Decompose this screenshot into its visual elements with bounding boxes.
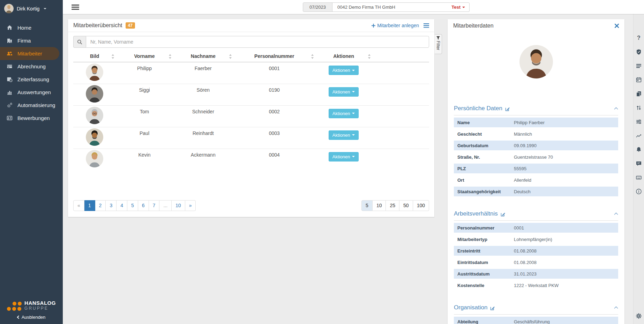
- edit-icon[interactable]: [505, 107, 510, 111]
- company-field[interactable]: 0042 Demo Firma TH GmbH: [332, 3, 447, 12]
- table-options-icon[interactable]: [424, 23, 429, 28]
- sidebar-item-automatisierung[interactable]: Automatisierung: [0, 99, 63, 112]
- cell-nachname: Sören: [173, 84, 233, 105]
- table-row[interactable]: Kevin Ackermann 0004 Aktionen: [73, 149, 429, 170]
- sort-arrows-icon[interactable]: [636, 105, 642, 111]
- actions-dropdown-button[interactable]: Aktionen: [329, 109, 359, 118]
- field-row: Eintrittsdatum01.08.2008: [454, 257, 618, 267]
- employee-photo: [86, 128, 103, 146]
- trend-chart-icon[interactable]: [636, 133, 642, 139]
- page-number[interactable]: 2: [95, 200, 106, 211]
- section-persoenliche-daten: Persönliche Daten NamePhilipp Faerber Ge…: [454, 105, 618, 196]
- page-prev[interactable]: «: [73, 200, 84, 211]
- caret-down-icon: [352, 113, 355, 114]
- sidebar-item-mitarbeiter[interactable]: Mitarbeiter: [0, 47, 59, 60]
- sidebar-menu: Home Firma Mitarbeiter Abrechnung Zeiter…: [0, 21, 63, 125]
- collapse-section-icon[interactable]: [614, 306, 618, 309]
- employee-photo: [86, 107, 103, 124]
- page-number[interactable]: 5: [127, 200, 138, 211]
- employee-detail-panel: Mitarbeiterdaten Persönliche Daten NameP…: [448, 19, 624, 324]
- sidebar-item-label: Firma: [17, 38, 31, 44]
- edit-icon[interactable]: [501, 212, 505, 217]
- gears-icon: [7, 102, 13, 108]
- sort-icon: [169, 54, 172, 59]
- cell-nachname: Faerber: [173, 62, 233, 84]
- page-ellipsis[interactable]: ...: [159, 200, 172, 211]
- caret-down-icon: [352, 156, 355, 157]
- page-size-option[interactable]: 25: [386, 200, 399, 211]
- keyboard-icon[interactable]: [636, 174, 642, 181]
- table-row[interactable]: Paul Reinhardt 0003 Aktionen: [73, 127, 429, 149]
- hamburger-menu-icon[interactable]: [72, 5, 79, 11]
- sidebar-item-firma[interactable]: Firma: [0, 34, 63, 47]
- search-input[interactable]: [86, 36, 429, 48]
- sidebar-item-label: Home: [17, 25, 31, 31]
- column-header-bild[interactable]: Bild: [73, 52, 116, 62]
- column-header-vorname[interactable]: Vorname: [116, 52, 173, 62]
- environment-selector: 07/2023 0042 Demo Firma TH GmbH Test: [303, 2, 470, 12]
- search-addon: [73, 36, 86, 48]
- actions-dropdown-button[interactable]: Aktionen: [329, 66, 359, 75]
- page-size-option[interactable]: 5: [361, 200, 373, 211]
- page-number[interactable]: 6: [138, 200, 149, 211]
- collapse-section-icon[interactable]: [614, 107, 618, 110]
- sidebar-item-abrechnung[interactable]: Abrechnung: [0, 60, 63, 73]
- caret-down-icon: [462, 7, 465, 8]
- detail-title: Mitarbeiterdaten: [453, 23, 494, 29]
- filter-tab[interactable]: Filter: [434, 34, 442, 54]
- page-size-selector: 5 10 25 50 100: [361, 200, 429, 211]
- column-header-nachname[interactable]: Nachname: [173, 52, 233, 62]
- chevron-left-icon: [17, 316, 20, 319]
- user-menu[interactable]: Dirk Kortig: [0, 0, 63, 17]
- menu-lines-icon[interactable]: [636, 63, 642, 69]
- close-icon[interactable]: [615, 24, 619, 28]
- actions-dropdown-button[interactable]: Aktionen: [329, 152, 359, 161]
- table-row[interactable]: Philipp Faerber 0001 Aktionen: [73, 62, 429, 84]
- employee-overview-panel: Mitarbeiterübersicht 47 Mitarbeiter anle…: [68, 19, 434, 217]
- actions-dropdown-button[interactable]: Aktionen: [329, 87, 359, 97]
- sort-icon: [229, 54, 232, 59]
- sidebar-item-bewerbungen[interactable]: Bewerbungen: [0, 112, 63, 125]
- messages-icon[interactable]: [636, 160, 642, 167]
- sidebar-item-auswertungen[interactable]: Auswertungen: [0, 86, 63, 99]
- page-number[interactable]: 4: [117, 200, 127, 211]
- page-number[interactable]: 1: [84, 200, 95, 211]
- page-title: Mitarbeiterübersicht: [73, 22, 122, 29]
- settings-gear-icon[interactable]: [636, 313, 642, 319]
- page-size-option[interactable]: 100: [413, 200, 429, 211]
- sidebar-item-home[interactable]: Home: [0, 21, 63, 34]
- edit-icon[interactable]: [490, 306, 495, 310]
- cell-nachname: Reinhardt: [173, 127, 233, 149]
- calendar-icon[interactable]: [636, 77, 642, 83]
- section-title: Arbeitsverhältnis: [454, 210, 498, 217]
- help-icon[interactable]: ?: [636, 35, 642, 41]
- period-field[interactable]: 07/2023: [303, 3, 332, 12]
- column-header-personalnummer[interactable]: Personalnummer: [233, 52, 315, 62]
- page-size-option[interactable]: 50: [399, 200, 413, 211]
- field-row: Geburtsdatum09.09.1990: [454, 141, 618, 150]
- page-size-option[interactable]: 10: [373, 200, 386, 211]
- collapse-sidebar-button[interactable]: Ausblenden: [17, 315, 46, 320]
- page-number[interactable]: 10: [172, 200, 185, 211]
- employee-photo: [86, 150, 103, 167]
- page-number[interactable]: 7: [149, 200, 160, 211]
- page-number[interactable]: 3: [106, 200, 117, 211]
- sidebar-item-zeiterfassung[interactable]: Zeiterfassung: [0, 73, 63, 86]
- documents-icon[interactable]: [636, 91, 642, 97]
- page-next[interactable]: »: [185, 200, 196, 211]
- shield-check-icon[interactable]: [636, 49, 642, 55]
- column-header-aktionen[interactable]: Aktionen: [315, 52, 372, 62]
- table-row[interactable]: Tom Schneider 0002 Aktionen: [73, 105, 429, 127]
- info-icon[interactable]: [636, 188, 642, 195]
- user-avatar: [4, 4, 14, 13]
- environment-dropdown[interactable]: Test: [447, 3, 469, 12]
- add-employee-button[interactable]: Mitarbeiter anlegen: [372, 23, 419, 28]
- collapse-section-icon[interactable]: [614, 212, 618, 215]
- notifications-bell-icon[interactable]: [636, 146, 642, 153]
- cell-vorname: Philipp: [116, 62, 173, 84]
- caret-down-icon: [352, 134, 355, 136]
- sliders-icon[interactable]: [636, 119, 642, 125]
- table-row[interactable]: Siggi Sören 0190 Aktionen: [73, 84, 429, 105]
- actions-dropdown-button[interactable]: Aktionen: [329, 130, 359, 140]
- detail-header: Mitarbeiterdaten: [448, 19, 624, 32]
